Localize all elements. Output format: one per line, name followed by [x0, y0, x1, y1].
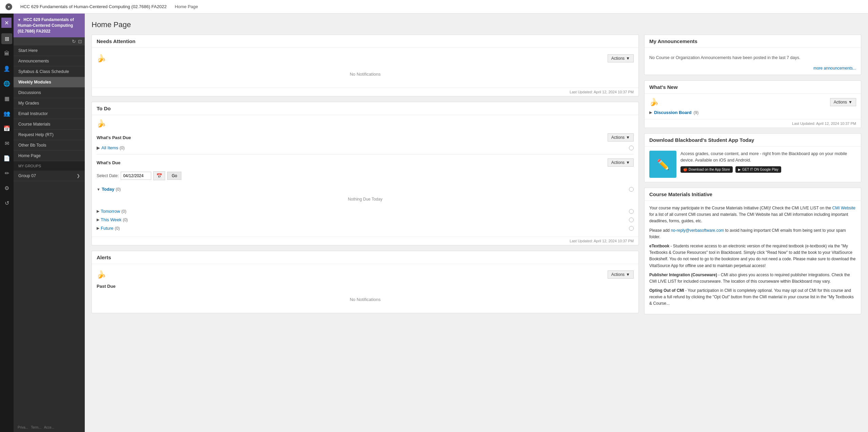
cmi-website-link[interactable]: CMI Website	[832, 206, 855, 210]
whats-new-actions-button[interactable]: Actions ▼	[830, 98, 856, 106]
today-link[interactable]: Today	[102, 187, 114, 192]
tomorrow-link[interactable]: Tomorrow	[101, 209, 120, 214]
future-link[interactable]: Future	[101, 226, 114, 231]
app-description: Access grades, course content, and more …	[680, 151, 856, 164]
cmi-opting-label: Opting Out of CMI	[649, 288, 684, 293]
this-week-link[interactable]: This Week	[101, 217, 121, 222]
grid-icon[interactable]: ▦	[1, 93, 12, 104]
app-download-body: ✏️ Access grades, course content, and mo…	[645, 147, 861, 182]
future-expand-arrow: ▶	[97, 226, 99, 230]
google-play-icon: ▶	[738, 168, 741, 171]
people-icon[interactable]: 👥	[1, 108, 12, 119]
sidebar-item-email-instructor[interactable]: Email Instructor	[14, 109, 85, 119]
needs-attention-actions-button[interactable]: Actions ▼	[608, 54, 634, 62]
needs-attention-actions-arrow: ▼	[626, 56, 630, 61]
tools-icon[interactable]: ⚙	[1, 183, 12, 193]
footer-access[interactable]: Acce...	[44, 426, 55, 429]
cmi-body: Your course may participate in the Cours…	[645, 201, 861, 314]
today-row: ▼ Today (0)	[97, 185, 634, 193]
globe-icon[interactable]: 🌐	[1, 78, 12, 89]
sidebar-item-home-page[interactable]: Home Page	[14, 151, 85, 161]
discussion-board-row: ▶ Discussion Board (9)	[649, 110, 856, 115]
sidebar-item-syllabus[interactable]: Syllabus & Class Schedule	[14, 67, 85, 77]
sidebar-course-header[interactable]: ▼ HCC 629 Fundamentals of Human-Centered…	[14, 14, 85, 37]
whats-past-due-actions-arrow: ▼	[626, 135, 630, 140]
sidebar-item-weekly-modules[interactable]: Weekly Modules	[14, 77, 85, 88]
date-input[interactable]	[121, 172, 151, 180]
all-items-link[interactable]: All Items	[101, 145, 118, 150]
cmi-header: Course Materials Initiative	[645, 188, 861, 201]
top-course-title: HCC 629 Fundamentals of Human-Centered C…	[20, 4, 166, 9]
sidebar-item-course-materials[interactable]: Course Materials	[14, 119, 85, 130]
tomorrow-count: (0)	[121, 209, 126, 214]
to-do-banana: 🍌	[97, 119, 106, 128]
alerts-header: Alerts	[92, 251, 638, 264]
app-download-text-area: Access grades, course content, and more …	[680, 151, 856, 173]
today-dot	[629, 187, 634, 192]
close-button[interactable]: ✕	[1, 18, 12, 28]
logo-icon: ●	[8, 5, 10, 8]
whats-past-due-label: What's Past Due	[97, 135, 131, 140]
sidebar-refresh-icon[interactable]: ↻	[72, 39, 76, 44]
calendar-icon[interactable]: 📅	[1, 123, 12, 134]
this-week-count: (0)	[123, 218, 128, 222]
my-groups-label: My Groups	[14, 161, 85, 171]
document-icon[interactable]: 📄	[1, 153, 12, 164]
pencil-icon[interactable]: ✏	[1, 168, 12, 179]
sidebar-item-announcements[interactable]: Announcements	[14, 56, 85, 67]
whats-due-row: What's Due Actions ▼	[97, 156, 634, 169]
date-row: Select Date: 📅 Go	[97, 171, 634, 180]
app-store-label: Download on the App Store	[689, 168, 730, 171]
person-icon[interactable]: 👤	[1, 63, 12, 74]
page-title: Home Page	[92, 20, 861, 29]
discussion-board-link[interactable]: Discussion Board	[654, 110, 692, 115]
whats-due-label: What's Due	[97, 160, 120, 165]
go-button[interactable]: Go	[167, 172, 181, 180]
sidebar-item-other-bb-tools[interactable]: Other Bb Tools	[14, 140, 85, 151]
sidebar-item-start-here[interactable]: Start Here	[14, 45, 85, 56]
more-announcements-link[interactable]: more announcements...	[813, 66, 856, 71]
footer-privacy[interactable]: Priva...	[18, 426, 28, 429]
apple-icon: 🍎	[683, 168, 687, 171]
footer-terms[interactable]: Term...	[31, 426, 41, 429]
alerts-actions-arrow: ▼	[626, 272, 630, 277]
alerts-actions-button[interactable]: Actions ▼	[608, 270, 634, 279]
whats-past-due-actions-label: Actions	[611, 135, 625, 140]
refresh-icon[interactable]: ↺	[1, 198, 12, 208]
app-store-badge[interactable]: 🍎 Download on the App Store	[680, 166, 733, 173]
cmi-card: Course Materials Initiative Your course …	[644, 188, 861, 314]
needs-attention-notif-row: 🍌 Actions ▼	[97, 52, 634, 65]
left-column: Needs Attention 🍌 Actions ▼ No Notificat…	[92, 35, 639, 313]
whats-past-due-actions-button[interactable]: Actions ▼	[608, 133, 634, 142]
whats-past-due-section: What's Past Due Actions ▼ ▶ All Items (0…	[97, 131, 634, 152]
calendar-button[interactable]: 📅	[153, 171, 165, 180]
today-count: (0)	[116, 187, 121, 192]
to-do-card: To Do 🍌 What's Past Due Actions ▼	[92, 102, 639, 245]
top-breadcrumb: Home Page	[175, 4, 198, 9]
tomorrow-row: ▶ Tomorrow (0)	[97, 207, 634, 215]
whats-new-title: What's New	[649, 84, 678, 90]
select-date-label: Select Date:	[97, 173, 119, 178]
to-do-header: To Do	[92, 102, 638, 115]
this-week-row: ▶ This Week (0)	[97, 215, 634, 224]
all-items-count: (0)	[120, 146, 125, 150]
today-collapse-arrow: ▼	[97, 187, 100, 191]
sidebar-course-name: HCC 629 Fundamentals of Human-Centered C…	[18, 17, 74, 34]
discussion-board-expand-arrow: ▶	[649, 110, 652, 115]
sidebar-item-group-07[interactable]: Group 07 ❯	[14, 171, 85, 181]
library-icon[interactable]: 🏛	[1, 48, 12, 59]
sidebar-item-my-grades[interactable]: My Grades	[14, 98, 85, 109]
google-play-badge[interactable]: ▶ GET IT ON Google Play	[735, 166, 781, 173]
sidebar-settings-icon[interactable]: ⊡	[78, 39, 82, 44]
alerts-title: Alerts	[97, 255, 111, 260]
google-play-label: GET IT ON Google Play	[742, 168, 778, 171]
envelope-icon[interactable]: ✉	[1, 138, 12, 149]
whats-due-actions-button[interactable]: Actions ▼	[608, 158, 634, 167]
my-announcements-title: My Announcements	[649, 38, 697, 44]
needs-attention-body: 🍌 Actions ▼ No Notifications	[92, 48, 638, 88]
sidebar-item-request-help[interactable]: Request Help (RT)	[14, 130, 85, 140]
sidebar-item-discussions[interactable]: Discussions	[14, 88, 85, 98]
whats-due-actions-arrow: ▼	[626, 160, 630, 165]
home-icon[interactable]: ⊞	[1, 33, 12, 44]
cmi-email-link[interactable]: no-reply@verbasoftware.com	[671, 228, 724, 233]
